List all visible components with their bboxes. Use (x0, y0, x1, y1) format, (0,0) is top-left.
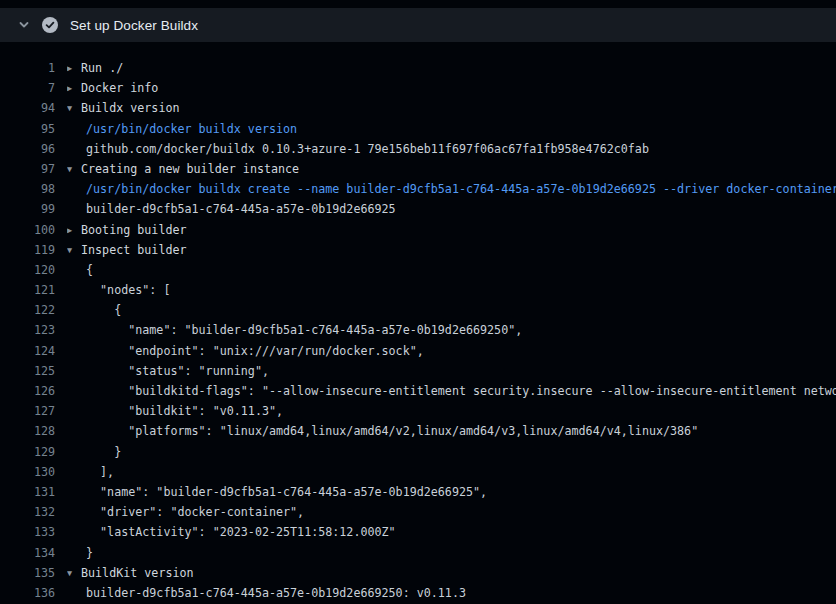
step-header[interactable]: Set up Docker Buildx (0, 8, 836, 42)
log-line: 97▼Creating a new builder instance (0, 159, 836, 179)
chevron-down-icon[interactable] (18, 19, 30, 31)
line-number[interactable]: 130 (0, 462, 55, 482)
log-line: 99builder-d9cfb5a1-c764-445a-a57e-0b19d2… (0, 199, 836, 219)
log-group-title: Inspect builder (81, 243, 187, 257)
triangle-collapsed-icon[interactable]: ▶ (67, 220, 81, 240)
log-line: 1▶Run ./ (0, 58, 836, 78)
log-line: 7▶Docker info (0, 78, 836, 98)
log-line: 120{ (0, 260, 836, 280)
log-line: 121 "nodes": [ (0, 280, 836, 300)
line-number[interactable]: 7 (0, 78, 55, 98)
log-group-title: BuildKit version (81, 566, 194, 580)
line-number[interactable]: 125 (0, 361, 55, 381)
log-line: 136builder-d9cfb5a1-c764-445a-a57e-0b19d… (0, 583, 836, 603)
triangle-expanded-icon[interactable]: ▼ (67, 563, 81, 583)
log-group-header[interactable]: ▶Run ./ (67, 58, 836, 78)
line-number[interactable]: 134 (0, 543, 55, 563)
log-line: 133 "lastActivity": "2023-02-25T11:58:12… (0, 522, 836, 542)
triangle-expanded-icon[interactable]: ▼ (67, 240, 81, 260)
line-number[interactable]: 124 (0, 341, 55, 361)
log-line: 125 "status": "running", (0, 361, 836, 381)
log-line: 96github.com/docker/buildx 0.10.3+azure-… (0, 139, 836, 159)
log-line: 98/usr/bin/docker buildx create --name b… (0, 179, 836, 199)
line-number[interactable]: 121 (0, 280, 55, 300)
log-group-header[interactable]: ▶Booting builder (67, 220, 836, 240)
log-output-text: "platforms": "linux/amd64,linux/amd64/v2… (67, 421, 836, 441)
log-output-text: "buildkit": "v0.11.3", (67, 401, 836, 421)
line-number[interactable]: 135 (0, 563, 55, 583)
log-line: 119▼Inspect builder (0, 240, 836, 260)
line-number[interactable]: 132 (0, 502, 55, 522)
line-number[interactable]: 95 (0, 119, 55, 139)
line-number[interactable]: 123 (0, 320, 55, 340)
log-line: 127 "buildkit": "v0.11.3", (0, 401, 836, 421)
line-number[interactable]: 127 (0, 401, 55, 421)
log-line: 100▶Booting builder (0, 220, 836, 240)
log-group-title: Buildx version (81, 101, 180, 115)
log-group-header[interactable]: ▼Inspect builder (67, 240, 836, 260)
log-line: 94▼Buildx version (0, 98, 836, 118)
log-output-text: "name": "builder-d9cfb5a1-c764-445a-a57e… (67, 320, 836, 340)
line-number[interactable]: 136 (0, 583, 55, 603)
log-command-text: /usr/bin/docker buildx create --name bui… (67, 179, 836, 199)
line-number[interactable]: 131 (0, 482, 55, 502)
log-line: 126 "buildkitd-flags": "--allow-insecure… (0, 381, 836, 401)
log-output-text: "status": "running", (67, 361, 836, 381)
line-number[interactable]: 100 (0, 220, 55, 240)
log-group-title: Run ./ (81, 61, 123, 75)
log-line: 129 } (0, 442, 836, 462)
log-output-text: github.com/docker/buildx 0.10.3+azure-1 … (67, 139, 836, 159)
line-number[interactable]: 133 (0, 522, 55, 542)
log-group-header[interactable]: ▼Creating a new builder instance (67, 159, 836, 179)
step-title: Set up Docker Buildx (70, 18, 198, 33)
log-output-text: "driver": "docker-container", (67, 502, 836, 522)
line-number[interactable]: 119 (0, 240, 55, 260)
log-group-title: Creating a new builder instance (81, 162, 299, 176)
log-command-text: /usr/bin/docker buildx version (67, 119, 836, 139)
log-group-header[interactable]: ▼BuildKit version (67, 563, 836, 583)
line-number[interactable]: 98 (0, 179, 55, 199)
line-number[interactable]: 97 (0, 159, 55, 179)
line-number[interactable]: 126 (0, 381, 55, 401)
triangle-collapsed-icon[interactable]: ▶ (67, 78, 81, 98)
log-output-text: "nodes": [ (67, 280, 836, 300)
triangle-collapsed-icon[interactable]: ▶ (67, 58, 81, 78)
log-line: 130 ], (0, 462, 836, 482)
log-group-header[interactable]: ▼Buildx version (67, 98, 836, 118)
log-group-title: Docker info (81, 81, 158, 95)
log-output-text: ], (67, 462, 836, 482)
log-line: 123 "name": "builder-d9cfb5a1-c764-445a-… (0, 320, 836, 340)
log-output-text: "lastActivity": "2023-02-25T11:58:12.000… (67, 522, 836, 542)
line-number[interactable]: 1 (0, 58, 55, 78)
check-circle-icon (42, 17, 58, 33)
log-output-text: { (67, 260, 836, 280)
line-number[interactable]: 99 (0, 199, 55, 219)
log-line: 122 { (0, 300, 836, 320)
log-line: 128 "platforms": "linux/amd64,linux/amd6… (0, 421, 836, 441)
log-output-text: "endpoint": "unix:///var/run/docker.sock… (67, 341, 836, 361)
log-line: 135▼BuildKit version (0, 563, 836, 583)
log-output-text: } (67, 442, 836, 462)
log-output: 1▶Run ./7▶Docker info94▼Buildx version95… (0, 42, 836, 603)
log-line: 95/usr/bin/docker buildx version (0, 119, 836, 139)
line-number[interactable]: 94 (0, 98, 55, 118)
log-output-text: "buildkitd-flags": "--allow-insecure-ent… (67, 381, 836, 401)
log-output-text: "name": "builder-d9cfb5a1-c764-445a-a57e… (67, 482, 836, 502)
log-group-title: Booting builder (81, 223, 187, 237)
line-number[interactable]: 122 (0, 300, 55, 320)
log-line: 131 "name": "builder-d9cfb5a1-c764-445a-… (0, 482, 836, 502)
log-output-text: builder-d9cfb5a1-c764-445a-a57e-0b19d2e6… (67, 199, 836, 219)
log-output-text: builder-d9cfb5a1-c764-445a-a57e-0b19d2e6… (67, 583, 836, 603)
log-output-text: { (67, 300, 836, 320)
line-number[interactable]: 96 (0, 139, 55, 159)
line-number[interactable]: 129 (0, 442, 55, 462)
log-line: 134} (0, 543, 836, 563)
log-output-text: } (67, 543, 836, 563)
line-number[interactable]: 128 (0, 421, 55, 441)
log-line: 124 "endpoint": "unix:///var/run/docker.… (0, 341, 836, 361)
triangle-expanded-icon[interactable]: ▼ (67, 159, 81, 179)
line-number[interactable]: 120 (0, 260, 55, 280)
triangle-expanded-icon[interactable]: ▼ (67, 98, 81, 118)
log-group-header[interactable]: ▶Docker info (67, 78, 836, 98)
log-line: 132 "driver": "docker-container", (0, 502, 836, 522)
